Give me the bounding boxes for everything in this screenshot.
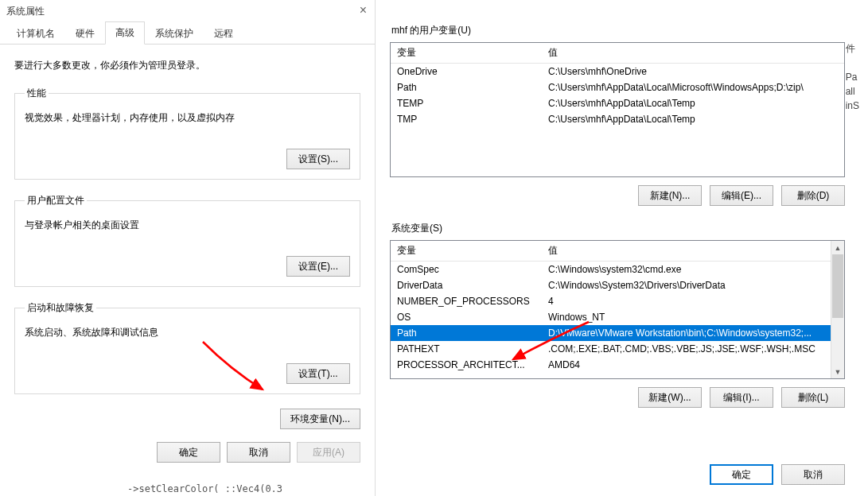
background-code-fragment: ->setClearColor( ::Vec4(0.3	[127, 483, 282, 494]
new-user-var-button[interactable]: 新建(N)...	[638, 185, 702, 206]
var-value: C:\Windows\system32\cmd.exe	[542, 262, 831, 278]
startup-legend: 启动和故障恢复	[25, 301, 96, 315]
user-profiles-desc: 与登录帐户相关的桌面设置	[25, 219, 350, 232]
var-name: PATHEXT	[391, 341, 542, 357]
scroll-down-icon[interactable]: ▼	[831, 365, 844, 378]
table-row[interactable]: PROCESSOR_ARCHITECT...AMD64	[391, 357, 831, 373]
scroll-up-icon[interactable]: ▲	[831, 241, 844, 254]
sys-vars-table[interactable]: 变量 值 ComSpecC:\Windows\system32\cmd.exeD…	[391, 241, 831, 373]
table-row[interactable]: TMPC:\Users\mhf\AppData\Local\Temp	[391, 111, 844, 127]
tab-hardware[interactable]: 硬件	[65, 22, 105, 45]
user-vars-table-box: 变量 值 OneDriveC:\Users\mhf\OneDrivePathC:…	[390, 42, 845, 177]
sysprops-footer: 确定 取消 应用(A)	[157, 442, 360, 463]
var-value: C:\Users\mhf\OneDrive	[542, 64, 844, 80]
startup-settings-button[interactable]: 设置(T)...	[286, 363, 350, 384]
startup-desc: 系统启动、系统故障和调试信息	[25, 326, 350, 339]
table-row[interactable]: ComSpecC:\Windows\system32\cmd.exe	[391, 262, 831, 278]
var-value: C:\Windows\System32\Drivers\DriverData	[542, 277, 831, 293]
var-value: Windows_NT	[542, 309, 831, 325]
var-name: ComSpec	[391, 262, 542, 278]
delete-sys-var-button[interactable]: 删除(L)	[781, 387, 845, 408]
table-row[interactable]: PathD:\VMware\VMware Workstation\bin\;C:…	[391, 325, 831, 341]
sys-vars-label: 系统变量(S)	[391, 222, 859, 235]
var-name: DriverData	[391, 277, 542, 293]
performance-desc: 视觉效果，处理器计划，内存使用，以及虚拟内存	[25, 111, 350, 125]
var-name: NUMBER_OF_PROCESSORS	[391, 293, 542, 309]
tab-computer-name[interactable]: 计算机名	[6, 22, 65, 45]
var-value: C:\Users\mhf\AppData\Local\Microsoft\Win…	[542, 79, 844, 95]
col-header-variable[interactable]: 变量	[391, 241, 542, 262]
scroll-thumb[interactable]	[832, 254, 843, 318]
var-value: AMD64	[542, 357, 831, 373]
sysprops-ok-button[interactable]: 确定	[157, 442, 220, 463]
startup-recovery-group: 启动和故障恢复 系统启动、系统故障和调试信息 设置(T)...	[14, 301, 360, 394]
table-row[interactable]: PathC:\Users\mhf\AppData\Local\Microsoft…	[391, 79, 844, 95]
sys-vars-table-box: 变量 值 ComSpecC:\Windows\system32\cmd.exeD…	[390, 240, 845, 379]
close-icon[interactable]: ×	[360, 3, 367, 17]
tab-advanced[interactable]: 高级	[105, 21, 145, 45]
envvars-footer: 确定 取消	[710, 464, 845, 485]
col-header-value[interactable]: 值	[542, 43, 844, 64]
new-sys-var-button[interactable]: 新建(W)...	[638, 387, 702, 408]
admin-instruction: 要进行大多数更改，你必须作为管理员登录。	[14, 59, 360, 72]
edit-sys-var-button[interactable]: 编辑(I)...	[710, 387, 773, 408]
background-text-fragment: 件 Pa all inS	[846, 41, 859, 113]
table-row[interactable]: PATHEXT.COM;.EXE;.BAT;.CMD;.VBS;.VBE;.JS…	[391, 341, 831, 357]
user-profiles-legend: 用户配置文件	[25, 194, 87, 207]
title-bar: 系统属性 ×	[0, 0, 375, 22]
dialog-title: 系统属性	[6, 5, 45, 18]
tab-system-protection[interactable]: 系统保护	[145, 22, 204, 45]
sys-vars-scrollbar[interactable]: ▲ ▼	[831, 241, 844, 378]
environment-variables-button[interactable]: 环境变量(N)...	[280, 409, 360, 429]
var-name: OneDrive	[391, 64, 542, 80]
sysprops-cancel-button[interactable]: 取消	[227, 442, 290, 463]
var-value: 4	[542, 293, 831, 309]
col-header-variable[interactable]: 变量	[391, 43, 542, 64]
table-row[interactable]: OSWindows_NT	[391, 309, 831, 325]
var-name: OS	[391, 309, 542, 325]
var-name: Path	[391, 79, 542, 95]
system-properties-dialog: 系统属性 × 计算机名 硬件 高级 系统保护 远程 要进行大多数更改，你必须作为…	[0, 0, 376, 496]
environment-variables-dialog: 件 Pa all inS mhf 的用户变量(U) 变量 值 OneDriveC…	[376, 0, 859, 496]
var-name: TEMP	[391, 95, 542, 111]
tab-content: 要进行大多数更改，你必须作为管理员登录。 性能 视觉效果，处理器计划，内存使用，…	[0, 45, 375, 437]
sysprops-apply-button: 应用(A)	[297, 442, 360, 463]
col-header-value[interactable]: 值	[542, 241, 831, 262]
var-name: TMP	[391, 111, 542, 127]
var-name: Path	[391, 325, 542, 341]
delete-user-var-button[interactable]: 删除(D)	[781, 185, 845, 206]
edit-user-var-button[interactable]: 编辑(E)...	[710, 185, 773, 206]
var-value: D:\VMware\VMware Workstation\bin\;C:\Win…	[542, 325, 831, 341]
performance-legend: 性能	[25, 87, 49, 100]
table-row[interactable]: NUMBER_OF_PROCESSORS4	[391, 293, 831, 309]
user-vars-buttons: 新建(N)... 编辑(E)... 删除(D)	[376, 185, 845, 206]
var-name: PROCESSOR_ARCHITECT...	[391, 357, 542, 373]
user-vars-table[interactable]: 变量 值 OneDriveC:\Users\mhf\OneDrivePathC:…	[391, 43, 844, 127]
tab-remote[interactable]: 远程	[204, 22, 243, 45]
envvars-cancel-button[interactable]: 取消	[781, 464, 845, 485]
var-value: C:\Users\mhf\AppData\Local\Temp	[542, 95, 844, 111]
performance-group: 性能 视觉效果，处理器计划，内存使用，以及虚拟内存 设置(S)...	[14, 87, 360, 180]
sys-vars-buttons: 新建(W)... 编辑(I)... 删除(L)	[376, 387, 845, 408]
user-profiles-settings-button[interactable]: 设置(E)...	[286, 256, 350, 277]
performance-settings-button[interactable]: 设置(S)...	[286, 149, 350, 169]
tab-strip: 计算机名 硬件 高级 系统保护 远程	[0, 22, 375, 45]
table-row[interactable]: TEMPC:\Users\mhf\AppData\Local\Temp	[391, 95, 844, 111]
envvars-ok-button[interactable]: 确定	[710, 464, 773, 485]
table-row[interactable]: OneDriveC:\Users\mhf\OneDrive	[391, 64, 844, 80]
var-value: .COM;.EXE;.BAT;.CMD;.VBS;.VBE;.JS;.JSE;.…	[542, 341, 831, 357]
user-vars-label: mhf 的用户变量(U)	[391, 24, 859, 37]
table-row[interactable]: DriverDataC:\Windows\System32\Drivers\Dr…	[391, 277, 831, 293]
var-value: C:\Users\mhf\AppData\Local\Temp	[542, 111, 844, 127]
user-profiles-group: 用户配置文件 与登录帐户相关的桌面设置 设置(E)...	[14, 194, 360, 287]
